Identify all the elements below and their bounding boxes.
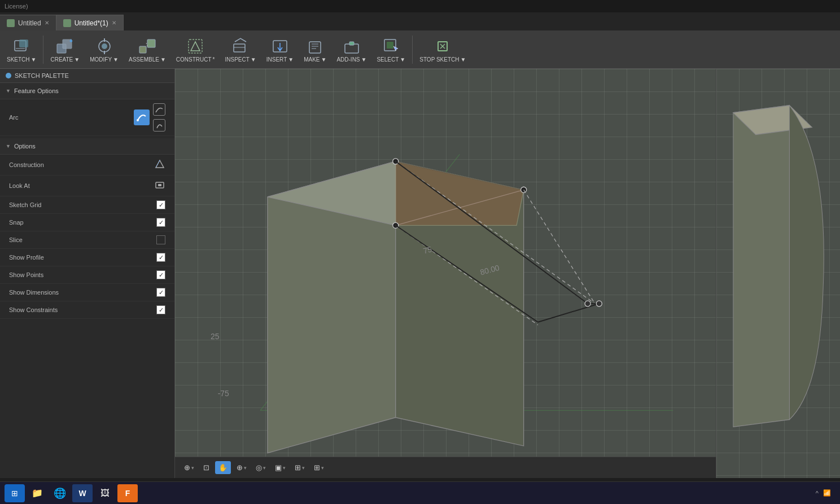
arc-icon-active[interactable] [134, 109, 150, 125]
construction-row: Construction [0, 155, 174, 176]
grid-icon: ⊞ [295, 463, 301, 472]
arc-controls [134, 103, 165, 132]
show-dimensions-checkbox[interactable]: ✓ [156, 288, 165, 297]
look-at-label: Look At [9, 182, 30, 189]
tab-icon-2 [63, 19, 71, 27]
pan-icon: ✋ [218, 463, 228, 472]
toolbar-select[interactable]: SELECT ▼ [372, 33, 410, 67]
svg-rect-2 [19, 40, 28, 47]
tab-label-2: Untitled*(1) [75, 19, 108, 27]
show-points-label: Show Points [9, 271, 43, 278]
show-profile-checkbox[interactable]: ✓ [156, 253, 165, 262]
svg-point-7 [102, 43, 107, 49]
tab-untitled-1[interactable]: Untitled*(1) ✕ [56, 15, 124, 30]
stopsketch-icon [432, 36, 453, 56]
sketch-label: SKETCH ▼ [7, 56, 36, 63]
svg-point-26 [137, 119, 139, 121]
taskbar-photos[interactable]: 🖼 [95, 484, 115, 502]
svg-marker-38 [396, 161, 524, 225]
show-points-row: Show Points ✓ [0, 266, 174, 284]
create-label: CREATE ▼ [50, 56, 80, 63]
sketch-grid-label: Sketch Grid [9, 201, 41, 208]
options-label: Options [14, 143, 36, 150]
show-points-checkbox[interactable]: ✓ [156, 270, 165, 279]
arc-icon-3[interactable] [153, 119, 165, 132]
start-button[interactable]: ⊞ [5, 484, 25, 502]
svg-rect-30 [158, 184, 161, 186]
feature-options-arrow: ▼ [6, 88, 11, 94]
construction-icon [154, 159, 165, 171]
make-label: MAKE ▼ [304, 56, 326, 63]
extra-icon: ⊞ [314, 463, 320, 472]
toolbar-stopsketch[interactable]: STOP SKETCH ▼ [415, 33, 470, 67]
orbit-tool[interactable]: ⊕ ▾ [181, 461, 198, 474]
feature-options-header[interactable]: ▼ Feature Options [0, 83, 174, 99]
grid-tool[interactable]: ⊞ ▾ [291, 461, 308, 474]
sketch-grid-checkbox[interactable]: ✓ [156, 200, 165, 209]
extra-tool[interactable]: ⊞ ▾ [310, 461, 327, 474]
snap-checkbox[interactable]: ✓ [156, 218, 165, 227]
zoom-tool[interactable]: ⊕ ▾ [233, 461, 250, 474]
show-dimensions-label: Show Dimensions [9, 289, 59, 296]
svg-marker-55 [733, 106, 790, 427]
extra-arrow: ▾ [321, 465, 324, 471]
taskbar: ⊞ 📁 🌐 W 🖼 F ^ 📶 [0, 481, 840, 504]
look-at-icon[interactable] [154, 179, 165, 192]
fusion-icon: F [125, 489, 130, 498]
tab-icon-1 [7, 19, 15, 27]
taskbar-chrome[interactable]: 🌐 [50, 484, 70, 502]
insert-icon [270, 36, 290, 56]
taskbar-word[interactable]: W [72, 484, 93, 502]
show-profile-row: Show Profile ✓ [0, 249, 174, 266]
toolbar-make[interactable]: MAKE ▼ [299, 33, 331, 67]
secondary-viewport[interactable] [716, 69, 840, 478]
toolbar-assemble[interactable]: ASSEMBLE ▼ [124, 33, 170, 67]
toolbar-create[interactable]: + CREATE ▼ [46, 33, 84, 67]
toolbar-construct[interactable]: CONSTRUCT * [172, 33, 220, 67]
options-header[interactable]: ▼ Options [0, 138, 174, 155]
sketch-palette-panel: SKETCH PALETTE ▼ Feature Options Arc [0, 69, 175, 478]
toolbar-insert[interactable]: INSERT ▼ [262, 33, 298, 67]
show-dimensions-row: Show Dimensions ✓ [0, 284, 174, 301]
slice-checkbox[interactable] [156, 235, 165, 244]
svg-marker-27 [156, 160, 164, 168]
fit-arrow: ▾ [263, 465, 266, 471]
right-3d-svg [716, 69, 840, 478]
show-constraints-checkbox[interactable]: ✓ [156, 305, 165, 314]
tab-close-2[interactable]: ✕ [112, 20, 116, 26]
zoom-icon: ⊕ [237, 463, 243, 472]
show-profile-label: Show Profile [9, 254, 44, 261]
main-viewport[interactable]: 80.00 75 -75 25 ⊕ ▾ ⊡ ✋ ⊕ ▾ ◎ ▾ [175, 69, 716, 478]
taskbar-fusion[interactable]: F [117, 484, 138, 502]
taskbar-explorer[interactable]: 📁 [27, 484, 47, 502]
3d-scene-svg: 80.00 75 -75 25 [175, 69, 716, 478]
tab-untitled[interactable]: Untitled ✕ [0, 15, 56, 30]
start-icon: ⊞ [11, 489, 18, 498]
arc-icon-2[interactable] [153, 103, 165, 116]
toolbar-addins[interactable]: ADD-INS ▼ [332, 33, 371, 67]
options-arrow: ▼ [6, 143, 11, 149]
display-icon: ▣ [275, 463, 282, 472]
pan-frame-tool[interactable]: ⊡ [200, 461, 213, 474]
pan-tool[interactable]: ✋ [215, 461, 231, 474]
modify-label: MODIFY ▼ [90, 56, 119, 63]
construct-icon [185, 36, 205, 56]
toolbar-sketch[interactable]: SKETCH ▼ [2, 33, 41, 67]
slice-label: Slice [9, 236, 23, 243]
tab-close-1[interactable]: ✕ [45, 20, 49, 26]
tray-chevron[interactable]: ^ [816, 490, 819, 497]
svg-text:25: 25 [211, 332, 220, 341]
divider-1 [43, 36, 43, 64]
toolbar-inspect[interactable]: INSPECT ▼ [221, 33, 261, 67]
insert-label: INSERT ▼ [266, 56, 294, 63]
main-toolbar: SKETCH ▼ + CREATE ▼ MO [0, 30, 840, 69]
fit-tool[interactable]: ◎ ▾ [252, 461, 269, 474]
toolbar-modify[interactable]: MODIFY ▼ [85, 33, 123, 67]
display-tool[interactable]: ▣ ▾ [272, 461, 289, 474]
assemble-icon [137, 36, 158, 56]
sketch-icon [11, 36, 32, 56]
display-arrow: ▾ [283, 465, 286, 471]
assemble-label: ASSEMBLE ▼ [129, 56, 166, 63]
feature-options-label: Feature Options [14, 87, 59, 94]
explorer-icon: 📁 [32, 488, 43, 498]
